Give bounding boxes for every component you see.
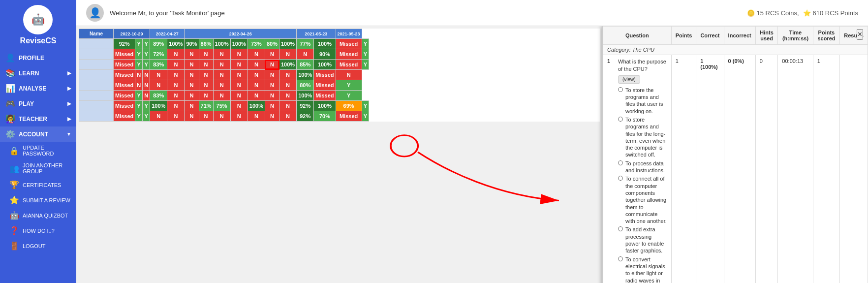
- table-cell[interactable]: N: [265, 60, 279, 70]
- table-cell[interactable]: Missed: [114, 49, 135, 60]
- table-cell[interactable]: N: [167, 91, 185, 101]
- table-cell[interactable]: Missed: [114, 70, 135, 80]
- table-cell[interactable]: N: [265, 80, 279, 91]
- table-cell[interactable]: 100%: [213, 39, 230, 49]
- table-cell[interactable]: 75%: [213, 101, 230, 111]
- table-cell[interactable]: N: [248, 80, 265, 91]
- table-cell[interactable]: Y: [143, 39, 150, 49]
- table-cell[interactable]: N: [213, 111, 230, 122]
- table-cell[interactable]: N: [167, 60, 185, 70]
- table-cell[interactable]: N: [185, 111, 199, 122]
- sidebar-item-play[interactable]: 🎮 PLAY ▶: [0, 96, 76, 111]
- table-cell[interactable]: Y: [362, 49, 369, 60]
- table-cell[interactable]: Missed: [114, 80, 135, 91]
- table-cell[interactable]: N: [230, 91, 248, 101]
- table-cell[interactable]: 73%: [248, 39, 265, 49]
- table-cell[interactable]: N: [213, 70, 230, 80]
- table-cell[interactable]: N: [167, 101, 185, 111]
- table-cell[interactable]: Y: [135, 91, 143, 101]
- table-cell[interactable]: N: [336, 70, 362, 80]
- sidebar-item-join-group[interactable]: 👥 JOIN ANOTHER GROUP: [0, 159, 76, 177]
- table-cell[interactable]: N: [248, 91, 265, 101]
- table-cell[interactable]: N: [199, 91, 213, 101]
- table-area[interactable]: Name 2022-10-29 2022-04-27 2022-04-26 20…: [76, 26, 602, 283]
- table-cell[interactable]: Y: [143, 60, 150, 70]
- table-cell[interactable]: 100%: [314, 39, 336, 49]
- table-cell[interactable]: N: [143, 91, 150, 101]
- table-cell[interactable]: Y: [135, 49, 143, 60]
- table-cell[interactable]: N: [185, 91, 199, 101]
- table-cell[interactable]: 80%: [265, 39, 279, 49]
- table-cell[interactable]: N: [279, 101, 297, 111]
- table-cell[interactable]: N: [265, 49, 279, 60]
- table-cell[interactable]: 92%: [297, 111, 314, 122]
- table-cell[interactable]: Y: [135, 111, 143, 122]
- table-cell[interactable]: N: [185, 80, 199, 91]
- table-cell[interactable]: N: [143, 80, 150, 91]
- table-cell[interactable]: N: [199, 60, 213, 70]
- sidebar-item-account[interactable]: ⚙️ ACCOUNT ▼: [0, 126, 76, 142]
- table-cell[interactable]: Y: [362, 111, 369, 122]
- table-cell[interactable]: 92%: [114, 39, 135, 49]
- table-cell[interactable]: 80%: [297, 80, 314, 91]
- table-cell[interactable]: N: [213, 60, 230, 70]
- table-cell[interactable]: Missed: [314, 91, 336, 101]
- table-cell[interactable]: 86%: [199, 39, 213, 49]
- table-cell[interactable]: N: [265, 111, 279, 122]
- table-cell[interactable]: Y: [362, 101, 369, 111]
- table-cell[interactable]: N: [199, 70, 213, 80]
- table-cell[interactable]: 100%: [230, 39, 248, 49]
- table-cell[interactable]: Y: [143, 111, 150, 122]
- table-cell[interactable]: Missed: [114, 101, 135, 111]
- table-cell[interactable]: 83%: [150, 91, 167, 101]
- table-cell[interactable]: N: [230, 111, 248, 122]
- table-cell[interactable]: N: [135, 80, 143, 91]
- table-cell[interactable]: 90%: [185, 39, 199, 49]
- table-cell[interactable]: N: [230, 101, 248, 111]
- table-cell[interactable]: N: [230, 60, 248, 70]
- table-cell[interactable]: N: [279, 70, 297, 80]
- table-cell[interactable]: N: [185, 70, 199, 80]
- table-cell[interactable]: Y: [135, 39, 143, 49]
- table-cell[interactable]: 70%: [314, 111, 336, 122]
- table-cell[interactable]: N: [248, 49, 265, 60]
- table-cell[interactable]: N: [297, 49, 314, 60]
- table-cell[interactable]: N: [230, 70, 248, 80]
- q1-view-button[interactable]: (view): [618, 75, 640, 84]
- table-cell[interactable]: N: [150, 111, 167, 122]
- table-cell[interactable]: 100%: [279, 39, 297, 49]
- panel-close-button[interactable]: ×: [857, 29, 863, 40]
- sidebar-item-teacher[interactable]: 👩‍🏫 TEACHER ▶: [0, 111, 76, 126]
- table-cell[interactable]: Y: [135, 101, 143, 111]
- table-cell[interactable]: N: [167, 80, 185, 91]
- table-cell[interactable]: Missed: [114, 60, 135, 70]
- table-cell[interactable]: Missed: [114, 91, 135, 101]
- table-cell[interactable]: 100%: [150, 101, 167, 111]
- table-cell[interactable]: 100%: [297, 91, 314, 101]
- table-cell[interactable]: Missed: [336, 49, 362, 60]
- table-cell[interactable]: 100%: [248, 101, 265, 111]
- table-cell[interactable]: N: [199, 80, 213, 91]
- sidebar-item-submit-review[interactable]: ⭐ SUBMIT A REVIEW: [0, 192, 76, 208]
- table-cell[interactable]: N: [265, 91, 279, 101]
- table-cell[interactable]: N: [213, 91, 230, 101]
- table-cell[interactable]: N: [150, 70, 167, 80]
- table-cell[interactable]: 83%: [150, 60, 167, 70]
- table-cell[interactable]: Missed: [336, 60, 362, 70]
- table-cell[interactable]: Y: [336, 91, 362, 101]
- task-table-wrapper[interactable]: Name 2022-10-29 2022-04-27 2022-04-26 20…: [79, 29, 600, 122]
- table-cell[interactable]: Missed: [314, 70, 336, 80]
- sidebar-item-analyse[interactable]: 📊 ANALYSE ▶: [0, 81, 76, 96]
- table-cell[interactable]: N: [248, 111, 265, 122]
- table-cell[interactable]: Y: [362, 60, 369, 70]
- table-cell[interactable]: 100%: [297, 70, 314, 80]
- table-cell[interactable]: N: [185, 49, 199, 60]
- table-cell[interactable]: N: [213, 80, 230, 91]
- table-cell[interactable]: 71%: [199, 101, 213, 111]
- table-cell[interactable]: N: [167, 70, 185, 80]
- sidebar-item-aianna[interactable]: 🤖 AIANNA QUIZBOT: [0, 208, 76, 223]
- table-cell[interactable]: N: [199, 49, 213, 60]
- table-cell[interactable]: Y: [143, 101, 150, 111]
- table-cell[interactable]: N: [185, 101, 199, 111]
- sidebar-item-logout[interactable]: 🚪 LOGOUT: [0, 238, 76, 253]
